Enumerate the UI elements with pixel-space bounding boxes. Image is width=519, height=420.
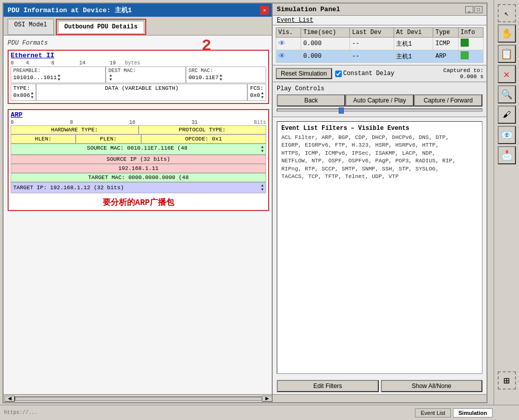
note-icon: 📋 — [500, 48, 513, 60]
ethernet-section: Ethernet II 0 4 8 14 19 bytes PREAMBLE: … — [8, 50, 269, 104]
arp-row6: TARGET MAC: 0000.0000.0000 (48 — [11, 173, 266, 182]
sim-minimize-btn[interactable]: _ — [465, 6, 473, 13]
search-tool-btn[interactable]: 🔍 — [498, 85, 516, 103]
eth-title[interactable]: Ethernet II — [9, 51, 268, 60]
eth-fcs-cell: FCS: 0x0 ▲▼ — [247, 84, 266, 101]
event-list-section: Vis. Time(sec) Last Dev At Devi Type Inf… — [273, 25, 486, 65]
slider-thumb — [339, 108, 344, 114]
arp-row3: SOURCE MAC: 0010.11E7.116E (48 ▲▼ — [11, 144, 266, 155]
src-ip-label-cell: SOURCE IP (32 bits) — [11, 155, 266, 164]
email-in-btn[interactable]: 📩 — [498, 146, 516, 164]
row1-info — [458, 38, 483, 50]
filter-section: Event List Filters – Visible Events ACL … — [277, 121, 482, 374]
bottom-bar: https://... Event List Simulation — [0, 405, 519, 420]
paint-tool-btn[interactable]: 🖌 — [498, 106, 516, 124]
horizontal-scrollbar[interactable]: ◀ ▶ — [4, 394, 273, 402]
show-all-none-btn[interactable]: Show All/None — [381, 380, 483, 392]
scroll-left-btn[interactable]: ◀ — [5, 396, 15, 402]
col-type: Type — [433, 28, 458, 38]
select-icon: ↖ — [504, 9, 508, 18]
info-box-1 — [461, 39, 469, 47]
slider-track — [277, 109, 482, 112]
row2-type: ARP — [433, 50, 458, 63]
filter-container: Event List Filters – Visible Events ACL … — [275, 119, 484, 376]
hand-icon: ✋ — [501, 28, 512, 39]
fcs-stepper[interactable]: ▲▼ — [261, 91, 264, 99]
col-info: Info — [458, 28, 483, 38]
capture-forward-btn[interactable]: Capture / Forward — [414, 94, 482, 107]
paint-icon: 🖌 — [503, 110, 511, 120]
row2-at-dev: 主机1 — [394, 50, 433, 63]
search-icon: 🔍 — [501, 89, 512, 100]
select-tool-btn[interactable]: ↖ — [498, 4, 516, 22]
sim-title: Simulation Panel — [277, 6, 340, 13]
preamble-value: 101010...1011 — [13, 75, 57, 81]
table-row[interactable]: 👁 0.000 -- 主机1 ICMP — [276, 38, 483, 50]
src-mac-arp-stepper[interactable]: ▲▼ — [261, 145, 264, 153]
row2-vis: 👁 — [276, 50, 301, 63]
eth-src-mac-cell: SRC MAC: 0010.11E7 ▲▼ — [186, 66, 266, 83]
table-header-row: Vis. Time(sec) Last Dev At Devi Type Inf… — [276, 28, 483, 38]
sim-restore-btn[interactable]: □ — [474, 6, 482, 13]
edit-filters-btn[interactable]: Edit Filters — [277, 380, 379, 392]
event-list-tab[interactable]: Event List — [415, 408, 450, 417]
delete-tool-btn[interactable]: ✕ — [498, 65, 516, 83]
col-vis: Vis. — [276, 28, 301, 38]
captured-info: Captured to: 0.000 s — [443, 67, 483, 80]
preamble-stepper[interactable]: ▲▼ — [58, 74, 60, 82]
capture-area-btn[interactable]: ⊞ — [498, 371, 516, 390]
arp-annotation-text: 要分析的ARP广播包 — [9, 195, 268, 210]
delete-icon: ✕ — [503, 68, 509, 81]
scroll-right-btn[interactable]: ▶ — [262, 396, 272, 402]
simulation-tab[interactable]: Simulation — [453, 408, 493, 417]
proto-type-cell: PROTOCOL TYPE: — [139, 125, 267, 134]
row2-info — [458, 50, 483, 63]
pdu-title: PDU Information at Device: 主机1 — [8, 6, 132, 15]
dest-mac-stepper[interactable]: ▲▼ — [109, 74, 112, 82]
eth-row1: PREAMBLE: 101010...1011 ▲▼ DEST MAC: ▲▼ … — [11, 66, 266, 83]
email-out-btn[interactable]: 📧 — [498, 126, 516, 144]
type-stepper[interactable]: ▲▼ — [31, 91, 34, 99]
sim-scroll-bottom — [273, 394, 486, 402]
row1-vis: 👁 — [276, 38, 301, 50]
row2-last-dev: -- — [350, 50, 394, 63]
play-controls-label: Play Controls — [277, 85, 482, 92]
simulation-panel: Simulation Panel _ □ Event List Vis. Tim… — [272, 3, 488, 403]
table-row[interactable]: 👁 0.000 -- 主机1 ARP — [276, 50, 483, 63]
capture-icon: ⊞ — [503, 374, 509, 387]
arp-ruler: 0 8 16 31 Bits — [9, 120, 268, 125]
sim-menu-bar: Event List — [273, 16, 486, 25]
fcs-value: 0x0 — [250, 92, 260, 98]
src-mac-stepper[interactable]: ▲▼ — [220, 74, 222, 82]
eth-ruler: 0 4 8 14 19 bytes — [9, 60, 268, 66]
row1-type: ICMP — [433, 38, 458, 50]
event-list-menu[interactable]: Event List — [277, 17, 313, 24]
src-mac-value: 0010.11E7 — [188, 75, 218, 81]
plen-cell: PLEN: — [76, 134, 141, 144]
col-at-dev: At Devi — [394, 28, 433, 38]
type-value: 0x806 — [13, 92, 30, 98]
play-buttons: Back Auto Capture / Play Capture / Forwa… — [277, 94, 482, 107]
arp-title[interactable]: ARP — [9, 110, 268, 120]
back-btn[interactable]: Back — [277, 94, 345, 107]
tab-osi-model[interactable]: OSI Model — [8, 19, 54, 35]
play-slider[interactable] — [277, 109, 482, 112]
src-mac-arp-cell: SOURCE MAC: 0010.11E7.116E (48 ▲▼ — [11, 144, 266, 155]
opcode-cell: OPCODE: 0x1 — [141, 134, 267, 144]
col-time: Time(sec) — [301, 28, 350, 38]
auto-capture-btn[interactable]: Auto Capture / Play — [345, 94, 414, 107]
target-ip-stepper[interactable]: ▲▼ — [261, 184, 264, 192]
constant-delay-checkbox[interactable] — [335, 71, 342, 77]
arp-row5: 192.168.1.11 — [11, 164, 266, 173]
constant-delay-label: Constant Delay — [335, 70, 395, 77]
hand-tool-btn[interactable]: ✋ — [498, 24, 516, 43]
eth-row2: TYPE: 0x806 ▲▼ DATA (VARIABLE LENGTH) FC… — [11, 84, 266, 101]
note-tool-btn[interactable]: 📋 — [498, 45, 516, 63]
target-ip-cell: TARGET IP: 192.168.1.12 (32 bits) ▲▼ — [11, 182, 266, 193]
reset-bar: Reset Simulation Constant Delay Captured… — [273, 65, 486, 82]
hw-type-cell: HARDWARE TYPE: — [11, 125, 139, 134]
tab-outbound-pdu[interactable]: Outbound PDU Details — [58, 21, 144, 33]
arp-row2: HLEN: PLEN: OPCODE: 0x1 — [11, 134, 266, 144]
pdu-close-button[interactable]: × — [260, 6, 269, 15]
reset-simulation-btn[interactable]: Reset Simulation — [276, 68, 332, 79]
